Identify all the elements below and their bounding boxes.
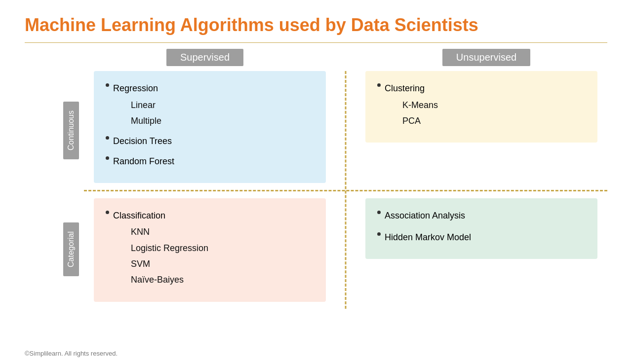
supervised-continuous-list: Regression Linear Multiple — [106, 81, 314, 169]
list-item: Association Analysis — [377, 208, 586, 223]
bullet-icon — [106, 83, 109, 87]
supervised-badge: Supervised — [166, 49, 243, 66]
supervised-continuous-box: Regression Linear Multiple — [94, 71, 326, 183]
sub-items: Linear Multiple — [113, 97, 161, 129]
unsupervised-categorial-cell: Association Analysis Hidden Markov Model — [346, 198, 607, 302]
bullet-icon — [377, 211, 381, 214]
unsupervised-badge: Unsupervised — [442, 49, 530, 66]
list-item: Regression Linear Multiple — [106, 81, 314, 129]
continuous-label-wrapper: Continuous — [25, 71, 84, 190]
unsupervised-categorial-box: Association Analysis Hidden Markov Model — [365, 198, 597, 259]
categorial-label-wrapper: Categorial — [25, 190, 84, 309]
supervised-categorial-cell: Classification KNN Logistic Regression S… — [84, 198, 346, 302]
column-headers: Supervised Unsupervised — [84, 49, 607, 66]
item-label: Decision Trees — [113, 134, 172, 149]
item-label: Clustering — [385, 83, 425, 93]
bullet-icon — [106, 211, 109, 214]
row-labels: Continuous Categorial — [25, 71, 84, 309]
bullet-icon — [377, 232, 381, 236]
sub-item: Linear — [131, 97, 161, 113]
unsupervised-continuous-cell: Clustering K-Means PCA — [346, 71, 607, 183]
supervised-categorial-list: Classification KNN Logistic Regression S… — [106, 208, 314, 288]
columns-area: Regression Linear Multiple — [84, 71, 607, 309]
unsupervised-continuous-box: Clustering K-Means PCA — [365, 71, 597, 143]
page-title: Machine Learning Algorithms used by Data… — [25, 15, 607, 36]
item-label: Hidden Markov Model — [385, 230, 471, 245]
unsupervised-categorial-list: Association Analysis Hidden Markov Model — [377, 208, 586, 245]
sub-item: Naïve-Baiyes — [131, 272, 208, 288]
sub-item: PCA — [402, 113, 438, 129]
categorial-label: Categorial — [63, 222, 79, 276]
sub-item: Multiple — [131, 113, 161, 129]
sub-item: Logistic Regression — [131, 240, 208, 256]
item-label: Regression — [113, 83, 158, 93]
item-label: Association Analysis — [385, 208, 465, 223]
sub-item: KNN — [131, 224, 208, 240]
sub-items: K-Means PCA — [385, 97, 438, 129]
bullet-icon — [106, 136, 109, 140]
list-item: Decision Trees — [106, 134, 314, 149]
unsupervised-continuous-list: Clustering K-Means PCA — [377, 81, 586, 129]
continuous-label: Continuous — [63, 102, 79, 159]
list-item: Hidden Markov Model — [377, 230, 586, 245]
item-label: Random Forest — [113, 154, 174, 169]
list-item: Clustering K-Means PCA — [377, 81, 586, 129]
supervised-continuous-cell: Regression Linear Multiple — [84, 71, 346, 183]
horizontal-divider — [84, 190, 607, 191]
page-container: Machine Learning Algorithms used by Data… — [0, 0, 632, 364]
supervised-header-cell: Supervised — [84, 49, 346, 66]
bullet-icon — [106, 156, 109, 160]
sub-item: SVM — [131, 256, 208, 272]
bullet-icon — [377, 83, 381, 87]
supervised-categorial-box: Classification KNN Logistic Regression S… — [94, 198, 326, 302]
content-area: Supervised Unsupervised Continuous Categ… — [25, 43, 607, 309]
sub-items: KNN Logistic Regression SVM Naïve-Baiyes — [113, 224, 208, 288]
grid-area: Continuous Categorial — [25, 71, 607, 309]
list-item: Classification KNN Logistic Regression S… — [106, 208, 314, 288]
list-item: Random Forest — [106, 154, 314, 169]
sub-item: K-Means — [402, 97, 438, 113]
item-label: Classification — [113, 211, 165, 220]
unsupervised-header-cell: Unsupervised — [346, 49, 607, 66]
footer-text: ©Simplilearn. All rights reserved. — [25, 350, 118, 357]
